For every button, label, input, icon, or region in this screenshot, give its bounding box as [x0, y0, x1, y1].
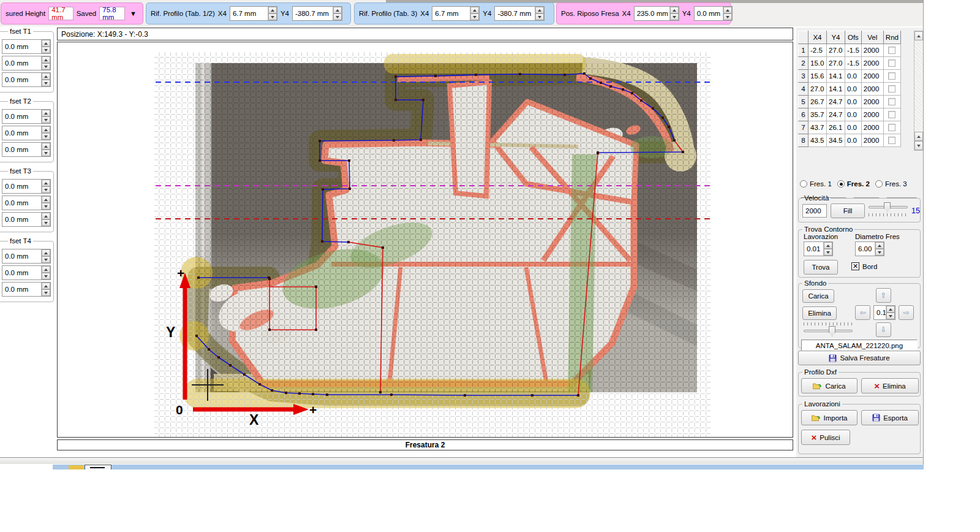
- spin-up-icon[interactable]: [535, 7, 544, 13]
- dxf-carica-button[interactable]: Carica: [801, 378, 858, 393]
- cell-vel[interactable]: 2000: [861, 121, 883, 134]
- cell-vel[interactable]: 2000: [861, 134, 883, 147]
- radio-fres-2[interactable]: Fres. 2: [837, 180, 870, 188]
- offset-value[interactable]: 0.0 mm: [2, 199, 41, 207]
- spin-up-icon[interactable]: [42, 73, 50, 80]
- table-row[interactable]: 6 35.7 24.7 0.0 2000: [799, 108, 901, 121]
- spin-down-icon[interactable]: [875, 249, 884, 256]
- spin-up-icon[interactable]: [670, 7, 679, 13]
- cell-vel[interactable]: 2000: [861, 57, 883, 70]
- velocita-input[interactable]: 2000: [802, 204, 827, 218]
- cell-ofs[interactable]: -1.5: [845, 57, 862, 70]
- offset-value[interactable]: 0.0 mm: [2, 76, 41, 83]
- spin-down-icon[interactable]: [42, 133, 50, 140]
- taskbar-button-fragment[interactable]: [85, 465, 111, 469]
- table-row[interactable]: 1 -2.5 27.0 -1.5 2000: [799, 44, 901, 57]
- radio-icon[interactable]: [837, 180, 845, 188]
- offset-spinner[interactable]: 0.0 mm: [2, 249, 51, 264]
- cell-ofs[interactable]: -1.5: [845, 44, 862, 57]
- cell-rnd[interactable]: [883, 96, 900, 108]
- salva-fresature-button[interactable]: Salva Fresature: [798, 351, 921, 365]
- spin-down-icon[interactable]: [42, 273, 50, 279]
- cell-x4[interactable]: 27.0: [809, 83, 827, 96]
- checkbox-unchecked-icon[interactable]: [888, 85, 895, 93]
- taskbar-icon-fragment[interactable]: [69, 465, 83, 469]
- slider-thumb[interactable]: [884, 202, 891, 213]
- offset-spinner[interactable]: 0.0 mm: [2, 142, 51, 157]
- spin-down-icon[interactable]: [42, 80, 50, 86]
- cell-y4[interactable]: 26.1: [827, 121, 845, 134]
- chevron-down-icon[interactable]: ▼: [128, 10, 138, 17]
- spin-down-icon[interactable]: [42, 219, 50, 226]
- spin-down-icon[interactable]: [42, 203, 50, 210]
- saved-value[interactable]: 75.8 mm: [99, 7, 125, 20]
- spin-down-icon[interactable]: [42, 289, 50, 296]
- cell-x4[interactable]: 26.7: [809, 96, 827, 108]
- spin-down-icon[interactable]: [42, 150, 50, 156]
- spin-up-icon[interactable]: [333, 7, 342, 13]
- dxf-elimina-button[interactable]: × Elimina: [861, 378, 919, 393]
- offset-spinner[interactable]: 0.0 mm: [2, 196, 51, 210]
- trova-button[interactable]: Trova: [804, 260, 838, 275]
- row-index[interactable]: 6: [799, 108, 809, 121]
- spin-up-icon[interactable]: [470, 7, 479, 13]
- nudge-left-button[interactable]: ⇦: [855, 305, 870, 320]
- cell-x4[interactable]: 43.5: [809, 134, 827, 147]
- radio-fres-1[interactable]: Fres. 1: [800, 180, 832, 188]
- cell-ofs[interactable]: 0.0: [845, 83, 862, 96]
- spin-up-icon[interactable]: [42, 126, 50, 133]
- checkbox-unchecked-icon[interactable]: [888, 72, 895, 80]
- cell-vel[interactable]: 2000: [861, 70, 883, 83]
- rif12-x4-spinner[interactable]: 6.7 mm: [230, 6, 277, 21]
- offset-value[interactable]: 0.0 mm: [2, 286, 41, 293]
- offset-value[interactable]: 0.0 mm: [2, 129, 41, 137]
- bord-checkbox-row[interactable]: ✕ Bord: [851, 262, 877, 270]
- table-scrollbar[interactable]: [914, 31, 924, 151]
- rif12-y4-spinner[interactable]: -380.7 mm: [292, 6, 342, 21]
- table-row[interactable]: 7 43.7 26.1 0.0 2000: [799, 121, 901, 134]
- radio-icon[interactable]: [800, 180, 807, 188]
- scroll-track[interactable]: [914, 40, 923, 132]
- col-ofs[interactable]: Ofs: [845, 31, 862, 44]
- cell-y4[interactable]: 14.1: [827, 70, 845, 83]
- checkbox-unchecked-icon[interactable]: [888, 137, 895, 144]
- offset-value[interactable]: 0.0 mm: [2, 113, 41, 120]
- cell-vel[interactable]: 2000: [861, 44, 883, 57]
- cell-y4[interactable]: 27.0: [827, 44, 845, 57]
- sfondo-slider[interactable]: [804, 322, 853, 332]
- offset-spinner[interactable]: 0.0 mm: [2, 39, 51, 54]
- row-index[interactable]: 2: [799, 57, 809, 70]
- col-rnd[interactable]: Rnd: [883, 31, 900, 44]
- cell-ofs[interactable]: 0.0: [845, 121, 862, 134]
- row-index[interactable]: 3: [799, 70, 809, 83]
- cell-y4[interactable]: 14.1: [827, 83, 845, 96]
- spin-down-icon[interactable]: [470, 13, 479, 20]
- spin-down-icon[interactable]: [535, 13, 544, 20]
- table-row[interactable]: 2 15.0 27.0 -1.5 2000: [799, 57, 901, 70]
- row-index[interactable]: 7: [799, 121, 809, 134]
- checkbox-unchecked-icon[interactable]: [888, 124, 895, 131]
- table-row[interactable]: 4 27.0 14.1 0.0 2000: [799, 83, 901, 96]
- offset-value[interactable]: 0.0 mm: [2, 269, 41, 276]
- offset-value[interactable]: 0.0 mm: [2, 216, 41, 223]
- row-index[interactable]: 1: [799, 44, 809, 57]
- spin-up-icon[interactable]: [42, 110, 50, 116]
- scroll-down-icon[interactable]: [914, 141, 923, 150]
- rif3-y4-spinner[interactable]: -380.7 mm: [494, 6, 545, 21]
- table-row[interactable]: 5 26.7 24.7 0.0 2000: [799, 96, 901, 108]
- checkbox-unchecked-icon[interactable]: [888, 59, 895, 67]
- nudge-right-button[interactable]: ⇨: [899, 305, 914, 320]
- spin-up-icon[interactable]: [824, 242, 832, 249]
- spin-down-icon[interactable]: [723, 13, 732, 20]
- offset-spinner[interactable]: 0.0 mm: [2, 212, 51, 227]
- nudge-step-spinner[interactable]: 0.1: [873, 305, 895, 320]
- offset-spinner[interactable]: 0.0 mm: [2, 179, 51, 194]
- spin-down-icon[interactable]: [886, 313, 895, 319]
- spin-down-icon[interactable]: [42, 256, 50, 263]
- slider-thumb[interactable]: [829, 326, 835, 336]
- cell-rnd[interactable]: [883, 44, 900, 57]
- fill-button[interactable]: Fill: [831, 203, 865, 218]
- cell-rnd[interactable]: [883, 134, 900, 147]
- offset-value[interactable]: 0.0 mm: [2, 43, 41, 50]
- cell-ofs[interactable]: 0.0: [845, 96, 862, 108]
